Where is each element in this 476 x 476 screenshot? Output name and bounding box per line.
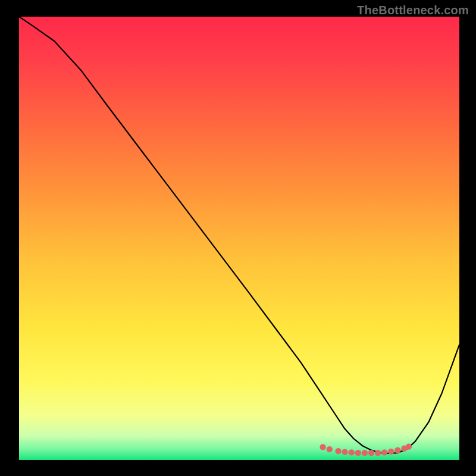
curve-marker	[381, 449, 387, 455]
curve-marker	[335, 448, 341, 454]
curve-marker	[320, 444, 325, 450]
curve-marker	[375, 450, 381, 456]
curve-marker	[368, 450, 374, 456]
curve-marker	[327, 446, 333, 452]
curve-marker	[394, 447, 400, 453]
chart-svg	[19, 17, 459, 460]
curve-marker	[362, 450, 368, 456]
curve-marker	[355, 450, 361, 456]
plot-area	[19, 17, 459, 460]
curve-marker	[349, 449, 355, 455]
curve-marker	[388, 449, 394, 455]
watermark-text: TheBottleneck.com	[357, 4, 469, 17]
chart-frame: TheBottleneck.com	[0, 0, 476, 476]
curve-marker	[406, 443, 412, 449]
curve-marker	[342, 449, 347, 455]
gradient-background	[19, 17, 459, 460]
